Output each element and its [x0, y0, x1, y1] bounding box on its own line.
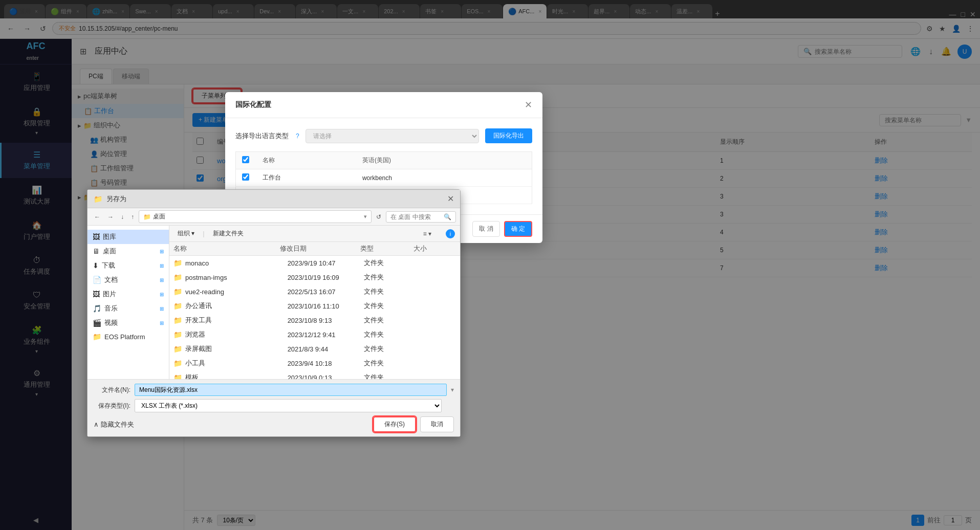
- file-date-template: 2023/10/9 0:13: [288, 374, 364, 380]
- file-name-vue2: vue2-reading: [185, 288, 288, 296]
- dialog-search-input[interactable]: [390, 213, 442, 220]
- filetype-select[interactable]: XLSX 工作表 (*.xlsx): [135, 399, 442, 412]
- file-row-office[interactable]: 📁 办公通讯 2023/10/16 11:10 文件夹: [169, 299, 460, 313]
- i18n-col-name: 名称: [256, 152, 356, 169]
- file-name-browser: 浏览器: [185, 330, 288, 339]
- i18n-col-english: 英语(美国): [356, 152, 532, 169]
- dialog-cancel-btn[interactable]: 取消: [420, 416, 454, 432]
- filename-input[interactable]: [135, 384, 447, 396]
- i18n-export-btn[interactable]: 国际化导出: [485, 128, 532, 143]
- dialog-forward-btn[interactable]: →: [105, 212, 116, 222]
- dialog-file-content: 组织 ▾ | 新建文件夹 ≡ ▾ i 名称 修改日期 类型 大小 📁 monac…: [169, 226, 460, 379]
- address-folder-icon: 📁: [143, 213, 151, 220]
- modal-cancel-btn[interactable]: 取 消: [472, 221, 499, 237]
- dialog-search-bar: 🔍: [386, 211, 456, 223]
- dialog-sidebar-eos[interactable]: 📁 EOS Platform: [88, 330, 169, 343]
- folder-icon-monaco: 📁: [173, 259, 182, 267]
- pictures-sidebar-icon: 🖼: [93, 290, 100, 298]
- save-button[interactable]: 保存(S): [373, 416, 416, 432]
- video-shortcut: ⊞: [160, 320, 164, 326]
- filename-row: 文件名(N): ▾: [94, 384, 454, 396]
- file-type-screenshot: 文件夹: [364, 344, 415, 354]
- folder-icon-office: 📁: [173, 302, 182, 310]
- music-shortcut: ⊞: [160, 306, 164, 312]
- dialog-sidebar-desktop[interactable]: 🖥 桌面 ⊞: [88, 244, 169, 258]
- filename-label: 文件名(N):: [94, 386, 130, 394]
- folder-icon-postman: 📁: [173, 273, 182, 281]
- saveas-dialog: 📁 另存为 ✕ ← → ↓ ↑ 📁 桌面 ▾ ↺ 🔍 🖼 图库 🖥: [87, 189, 461, 437]
- export-lang-label: 选择导出语言类型: [235, 131, 289, 141]
- file-row-devtools[interactable]: 📁 开发工具 2023/10/8 9:13 文件夹: [169, 313, 460, 327]
- hide-files-toggle[interactable]: ∧ 隐藏文件夹: [94, 420, 134, 429]
- file-type-postman: 文件夹: [364, 273, 415, 282]
- folder-icon-template: 📁: [173, 373, 182, 379]
- modal-i18n-close-btn[interactable]: ✕: [525, 99, 532, 111]
- video-sidebar-icon: 🎬: [93, 319, 101, 327]
- file-row-tools[interactable]: 📁 小工具 2023/9/4 10:18 文件夹: [169, 356, 460, 370]
- organize-btn[interactable]: 组织 ▾: [175, 228, 198, 239]
- address-dropdown-icon[interactable]: ▾: [364, 213, 367, 220]
- file-col-type[interactable]: 类型: [360, 244, 413, 253]
- file-name-devtools: 开发工具: [185, 316, 288, 325]
- view-toggle-btn[interactable]: ≡ ▾: [423, 230, 431, 237]
- dialog-sidebar-music[interactable]: 🎵 音乐 ⊞: [88, 301, 169, 316]
- dialog-address-bar[interactable]: 📁 桌面 ▾: [139, 210, 372, 223]
- filetype-row: 保存类型(I): XLSX 工作表 (*.xlsx): [94, 399, 454, 412]
- dialog-sidebar-download[interactable]: ⬇ 下载 ⊞: [88, 258, 169, 273]
- dialog-file-sidebar: 🖼 图库 🖥 桌面 ⊞ ⬇ 下载 ⊞ 📄 文档 ⊞ 🖼 图片 ⊞: [88, 226, 169, 379]
- dialog-sidebar-pictures[interactable]: 🖼 图片 ⊞: [88, 287, 169, 301]
- file-type-devtools: 文件夹: [364, 316, 415, 325]
- file-name-tools: 小工具: [185, 359, 288, 368]
- file-col-size[interactable]: 大小: [413, 244, 456, 253]
- eos-sidebar-icon: 📁: [93, 333, 101, 341]
- file-row-postman[interactable]: 📁 postman-imgs 2023/10/19 16:09 文件夹: [169, 270, 460, 284]
- file-date-vue2: 2022/5/13 16:07: [288, 288, 364, 296]
- file-row-template[interactable]: 📁 模板 2023/10/9 0:13 文件夹: [169, 370, 460, 379]
- filetype-label: 保存类型(I):: [94, 402, 130, 410]
- download-shortcut: ⊞: [160, 263, 164, 269]
- i18n-row1-name: 工作台: [256, 169, 356, 187]
- i18n-select-all[interactable]: [242, 156, 249, 163]
- dialog-search-icon: 🔍: [444, 213, 451, 220]
- music-sidebar-icon: 🎵: [93, 304, 101, 313]
- dialog-up-btn[interactable]: ↑: [128, 212, 137, 222]
- file-date-devtools: 2023/10/8 9:13: [288, 317, 364, 324]
- organize-bar: 组织 ▾ | 新建文件夹 ≡ ▾ i: [169, 226, 460, 242]
- hide-files-arrow: ∧: [94, 421, 99, 428]
- info-btn[interactable]: i: [446, 229, 455, 238]
- dialog-sidebar-video[interactable]: 🎬 视频 ⊞: [88, 316, 169, 330]
- lang-select[interactable]: 请选择: [306, 129, 479, 143]
- tooltip-icon[interactable]: ?: [296, 132, 299, 140]
- docs-shortcut: ⊞: [160, 277, 164, 283]
- file-date-postman: 2023/10/19 16:09: [288, 274, 364, 281]
- dialog-sidebar-gallery[interactable]: 🖼 图库: [88, 230, 169, 244]
- file-col-date[interactable]: 修改日期: [280, 244, 360, 253]
- folder-icon-browser: 📁: [173, 330, 182, 339]
- file-col-name[interactable]: 名称: [173, 244, 280, 253]
- folder-icon-screenshot: 📁: [173, 345, 182, 353]
- filename-dropdown-icon[interactable]: ▾: [451, 386, 454, 393]
- file-type-office: 文件夹: [364, 301, 415, 311]
- dialog-btn-row: ∧ 隐藏文件夹 保存(S) 取消: [94, 416, 454, 432]
- dialog-toolbar: ← → ↓ ↑ 📁 桌面 ▾ ↺ 🔍: [88, 208, 460, 226]
- file-row-vue2[interactable]: 📁 vue2-reading 2022/5/13 16:07 文件夹: [169, 284, 460, 299]
- file-row-browser[interactable]: 📁 浏览器 2023/12/12 9:41 文件夹: [169, 327, 460, 342]
- modal-confirm-btn[interactable]: 确 定: [504, 221, 532, 237]
- gallery-icon: 🖼: [93, 233, 100, 241]
- file-list-header: 名称 修改日期 类型 大小: [169, 242, 460, 256]
- file-row-screenshot[interactable]: 📁 录屏截图 2021/8/3 9:44 文件夹: [169, 342, 460, 356]
- i18n-row1-checkbox[interactable]: [242, 173, 249, 181]
- new-folder-btn[interactable]: 新建文件夹: [210, 228, 247, 239]
- dialog-back-btn[interactable]: ←: [92, 212, 103, 222]
- file-date-office: 2023/10/16 11:10: [288, 302, 364, 310]
- dialog-sidebar-docs[interactable]: 📄 文档 ⊞: [88, 273, 169, 287]
- dialog-refresh-btn[interactable]: ↺: [374, 212, 384, 222]
- file-date-screenshot: 2021/8/3 9:44: [288, 345, 364, 353]
- i18n-table-row: 工作台 workbench: [236, 169, 532, 187]
- export-lang-row: 选择导出语言类型 ? 请选择 国际化导出: [235, 128, 532, 143]
- file-name-postman: postman-imgs: [185, 274, 288, 281]
- dialog-down-btn[interactable]: ↓: [118, 212, 126, 222]
- desktop-icon: 🖥: [93, 247, 100, 255]
- file-row-monaco[interactable]: 📁 monaco 2023/9/19 10:47 文件夹: [169, 256, 460, 270]
- dialog-close-btn[interactable]: ✕: [447, 194, 454, 204]
